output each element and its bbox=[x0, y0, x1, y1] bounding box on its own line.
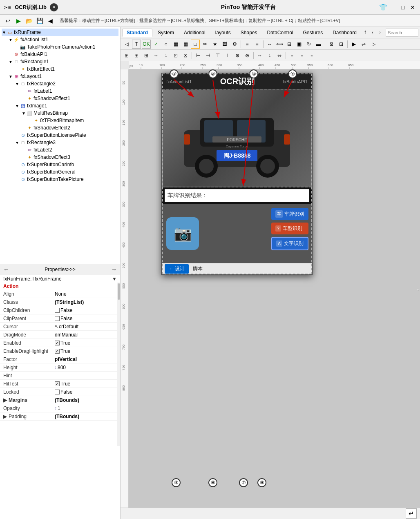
prop-value-enabled[interactable]: ✓ True bbox=[53, 340, 120, 346]
comp2-btn-align2[interactable]: ⊣ bbox=[203, 51, 212, 60]
tree-item-fxSuperButtonGeneral[interactable]: ⊙ fxSuperButtonGeneral bbox=[2, 168, 118, 176]
props-forward-button[interactable]: → bbox=[111, 266, 117, 273]
minimize-button[interactable]: — bbox=[389, 3, 397, 11]
prop-value-opacity[interactable]: ↕ 1 bbox=[53, 405, 120, 412]
prop-value-clipchildren[interactable]: False bbox=[53, 307, 120, 314]
tab-layouts[interactable]: layouts bbox=[211, 29, 235, 37]
close-lib-button[interactable]: ✕ bbox=[50, 3, 58, 11]
props-back-button[interactable]: ← bbox=[3, 266, 9, 273]
undo-button[interactable]: ↩ bbox=[3, 16, 12, 25]
comp2-btn-5[interactable]: ↕ bbox=[161, 51, 170, 60]
tree-item-fxLabel2[interactable]: ✏ fxLabel2 bbox=[2, 146, 118, 154]
comp-btn-2[interactable]: T bbox=[132, 40, 141, 49]
tree-item-fxRectangle2[interactable]: ▼ □ fxRectangle2 bbox=[2, 80, 118, 87]
comp-btn-ok[interactable]: OK bbox=[142, 40, 151, 49]
tree-arrow-fxActionList1[interactable]: ▼ bbox=[8, 38, 13, 42]
maximize-button[interactable]: □ bbox=[399, 3, 407, 11]
locked-checkbox[interactable] bbox=[55, 390, 60, 394]
component-selector[interactable]: fxRunFrame:TfxRunFrame ▼ bbox=[0, 275, 120, 283]
comp2-btn-align3[interactable]: ⊤ bbox=[213, 51, 222, 60]
prop-value-align[interactable]: None bbox=[53, 291, 120, 297]
comp2-btn-text2[interactable]: ≡ bbox=[297, 51, 306, 60]
prop-value-hint[interactable] bbox=[53, 375, 120, 376]
tab-more-button[interactable]: › bbox=[377, 29, 383, 37]
prop-value-clipparent[interactable]: False bbox=[53, 315, 120, 322]
tree-item-fxSuperButtonCarInfo[interactable]: ⊙ fxSuperButtonCarInfo bbox=[2, 161, 118, 168]
tab-dashboard[interactable]: Dashboard bbox=[328, 29, 361, 37]
prop-value-locked[interactable]: False bbox=[53, 389, 120, 395]
phone-tab-script[interactable]: 脚本 bbox=[189, 264, 207, 274]
prop-value-dragmode[interactable]: dmManual bbox=[53, 332, 120, 338]
camera-btn[interactable]: 📷 bbox=[166, 217, 199, 250]
open-button[interactable]: 📂 bbox=[25, 16, 34, 25]
comp2-btn-align5[interactable]: ⊕ bbox=[233, 51, 242, 60]
tree-arrow-bitmap[interactable]: ▼ bbox=[21, 111, 26, 116]
comp-btn-grid2[interactable]: ▦ bbox=[181, 40, 190, 49]
comp-btn-play[interactable]: ▶ bbox=[349, 40, 358, 49]
tree-arrow-rect1[interactable]: ▼ bbox=[8, 60, 13, 64]
tree-item-fxShadowEffect2[interactable]: ✦ fxShadowEffect2 bbox=[2, 124, 118, 131]
prop-value-classs[interactable]: (TStringList) bbox=[53, 299, 120, 305]
enabled-checkbox[interactable]: ✓ bbox=[55, 341, 60, 345]
tree-item-fxRectangle3[interactable]: ▼ □ fxRectangle3 bbox=[2, 139, 118, 146]
prop-value-height[interactable]: ↕ 800 bbox=[53, 364, 120, 371]
comp2-btn-size1[interactable]: ↔ bbox=[255, 51, 264, 60]
btn-carplate[interactable]: 车 车牌识别 bbox=[271, 208, 308, 220]
comp-btn-spin[interactable]: ↻ bbox=[304, 40, 313, 49]
prop-value-cursor[interactable]: ↖ crDefault bbox=[53, 323, 120, 330]
tab-prev-button[interactable]: f bbox=[362, 29, 369, 37]
prop-value-hittest[interactable]: ✓ True bbox=[53, 381, 120, 387]
tree-item-fxLabel1[interactable]: ✏ fxLabel1 bbox=[2, 87, 118, 95]
comp-btn-grid1[interactable]: ▦ bbox=[171, 40, 180, 49]
comp-btn-progress[interactable]: ▬ bbox=[314, 40, 323, 49]
tab-datacontrol[interactable]: DataControl bbox=[262, 29, 297, 37]
comp-btn-square[interactable]: □ bbox=[191, 40, 200, 49]
tab-additional[interactable]: Additional bbox=[179, 29, 210, 37]
tab-search-input[interactable] bbox=[386, 29, 418, 37]
btn-ocr[interactable]: A 文字识别 bbox=[271, 237, 308, 250]
comp-btn-switch[interactable]: ⊠ bbox=[327, 40, 336, 49]
save-button[interactable]: 💾 bbox=[35, 16, 44, 25]
run-button[interactable]: ▶ bbox=[14, 16, 23, 25]
back-nav-button[interactable]: ◀ bbox=[46, 16, 55, 25]
comp2-btn-size3[interactable]: ⇔ bbox=[275, 51, 284, 60]
component-dropdown-arrow[interactable]: ▼ bbox=[112, 276, 117, 282]
tree-item-fxShadowEffect1[interactable]: ✦ fxShadowEffect1 bbox=[2, 95, 118, 102]
comp2-btn-7[interactable]: ⊠ bbox=[181, 51, 190, 60]
tree-item-fxActionList1[interactable]: ▼ ⚡ fxActionList1 bbox=[2, 36, 118, 43]
comp2-btn-size2[interactable]: ↕ bbox=[265, 51, 274, 60]
btn-cartype[interactable]: ? 车型识别 bbox=[271, 223, 308, 234]
comp-btn-star[interactable]: ★ bbox=[210, 40, 219, 49]
right-panel-back-button[interactable]: ↵ bbox=[406, 508, 417, 519]
comp-btn-list[interactable]: ≡ bbox=[243, 40, 252, 49]
comp2-btn-4[interactable]: ↔ bbox=[152, 51, 161, 60]
comp-btn-gear[interactable]: ⚙ bbox=[230, 40, 239, 49]
tab-shapes[interactable]: Shapes bbox=[236, 29, 262, 37]
comp-btn-right[interactable]: ▷ bbox=[369, 40, 378, 49]
tree-item-fxBlurEffect1[interactable]: ✦ fxBlurEffect1 bbox=[2, 65, 118, 73]
tab-less-button[interactable]: ‹ bbox=[369, 29, 376, 37]
prop-value-padding[interactable]: (TBounds) bbox=[53, 413, 120, 420]
tree-item-fxBaiduAPI1[interactable]: ⚙ fxBaiduAPI1 bbox=[2, 51, 118, 58]
comp-btn-scroll[interactable]: ⇌ bbox=[359, 40, 368, 49]
comp2-btn-align1[interactable]: ⊢ bbox=[194, 51, 203, 60]
comp-btn-etc2[interactable]: ▣ bbox=[295, 40, 304, 49]
comp-btn-circle[interactable]: ○ bbox=[161, 40, 170, 49]
comp-btn-img[interactable]: 🖼 bbox=[220, 40, 229, 49]
comp-btn-switch2[interactable]: ⊡ bbox=[337, 40, 346, 49]
tree-item-fxRectangle1[interactable]: ▼ □ fxRectangle1 bbox=[2, 58, 118, 65]
tree-item-fxSuperButtonTakePicture[interactable]: ⊙ fxSuperButtonTakePicture bbox=[2, 176, 118, 183]
comp-btn-list2[interactable]: ≡ bbox=[252, 40, 261, 49]
comp2-btn-align6[interactable]: ⊗ bbox=[243, 51, 252, 60]
comp-btn-1[interactable]: ◁ bbox=[122, 40, 131, 49]
tree-arrow-rect2[interactable]: ▼ bbox=[15, 82, 20, 86]
comp-btn-arrow2[interactable]: ⟺ bbox=[275, 40, 284, 49]
comp2-btn-align4[interactable]: ⊥ bbox=[223, 51, 232, 60]
tree-item-TakePhotoFromCameraAction1[interactable]: 📷 TakePhotoFromCameraAction1 bbox=[2, 43, 118, 51]
comp-btn-check[interactable]: ✓ bbox=[152, 40, 161, 49]
comp-btn-etc[interactable]: ⊟ bbox=[285, 40, 294, 49]
tree-item-fxRunFrame[interactable]: ▼ ▭ fxRunFrame bbox=[2, 29, 118, 36]
comp-btn-arrow[interactable]: ↔ bbox=[265, 40, 274, 49]
comp2-btn-text3[interactable]: ≡ bbox=[307, 51, 316, 60]
phone-tab-design[interactable]: ← 设计 bbox=[165, 264, 189, 274]
